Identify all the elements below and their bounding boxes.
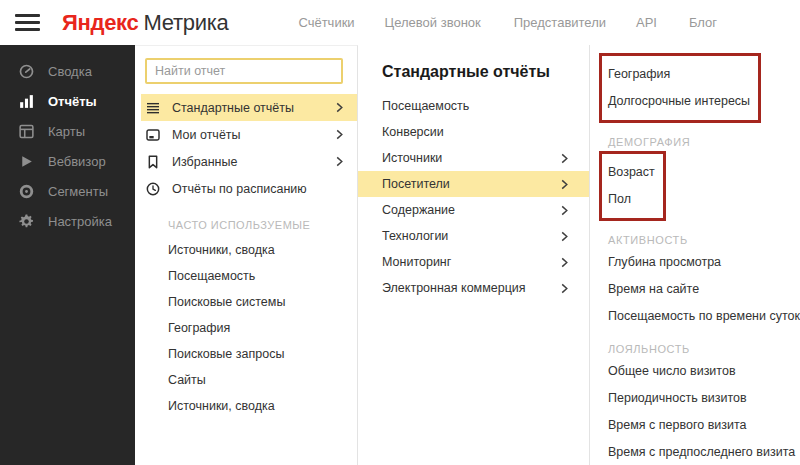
report-search-input[interactable]: [145, 58, 343, 84]
annotation-box-geography-interests: География Долгосрочные интересы: [599, 53, 761, 123]
sidebar-item-reports[interactable]: Отчёты: [0, 86, 135, 116]
report-item-sources[interactable]: Источники: [358, 145, 589, 171]
sidebar-item-label: Сводка: [48, 64, 92, 79]
report-menu-panel: Стандартные отчёты Мои отчёты Избранные: [135, 45, 358, 465]
frequent-item-sources-summary[interactable]: Источники, сводка: [135, 237, 357, 263]
nav-counters[interactable]: Счётчики: [298, 15, 354, 30]
report-item-conversions[interactable]: Конверсии: [358, 119, 589, 145]
submenu-item-time-since-penultimate-visit[interactable]: Время с предпоследнего визита: [608, 439, 800, 465]
standard-reports-title: Стандартные отчёты: [358, 57, 589, 93]
play-icon: [18, 153, 35, 170]
report-item-label: Конверсии: [382, 125, 444, 139]
submenu-item-geography[interactable]: География: [608, 61, 750, 88]
section-title-loyalty: ЛОЯЛЬНОСТЬ: [608, 343, 800, 355]
frequent-section-title: ЧАСТО ИСПОЛЬЗУЕМЫЕ: [168, 219, 357, 231]
report-item-visitors[interactable]: Посетители: [358, 171, 589, 197]
frequent-item-search-queries[interactable]: Поисковые запросы: [135, 341, 357, 367]
report-item-traffic[interactable]: Посещаемость: [358, 93, 589, 119]
annotation-box-age-gender: Возраст Пол: [599, 151, 666, 221]
sidebar-item-label: Карты: [48, 124, 85, 139]
report-item-label: Электронная коммерция: [382, 281, 526, 295]
clock-icon: [145, 181, 161, 197]
report-item-label: Технологии: [382, 229, 448, 243]
layout-icon: [18, 123, 35, 140]
submenu-item-time-on-site[interactable]: Время на сайте: [608, 276, 800, 303]
frequent-item-sites[interactable]: Сайты: [135, 367, 357, 393]
menu-item-label: Стандартные отчёты: [172, 101, 334, 115]
chevron-right-icon: [559, 179, 570, 190]
gauge-icon: [18, 63, 35, 80]
chevron-right-icon: [334, 156, 345, 167]
submenu-item-total-visits[interactable]: Общее число визитов: [608, 358, 800, 385]
submenu-item-time-since-first-visit[interactable]: Время с первого визита: [608, 412, 800, 439]
list-icon: [145, 100, 161, 116]
bar-chart-icon: [18, 93, 35, 110]
section-title-demography: ДЕМОГРАФИЯ: [608, 136, 800, 148]
nav-target-call[interactable]: Целевой звонок: [385, 15, 481, 30]
chevron-right-icon: [559, 205, 570, 216]
chevron-right-icon: [559, 257, 570, 268]
menu-item-scheduled-reports[interactable]: Отчёты по расписанию: [135, 175, 357, 202]
chevron-right-icon: [559, 231, 570, 242]
gear-icon: [18, 213, 35, 230]
frequent-item-geography[interactable]: География: [135, 315, 357, 341]
sidebar-item-label: Отчёты: [48, 94, 97, 109]
sidebar-item-webvisor[interactable]: Вебвизор: [0, 146, 135, 176]
submenu-item-visit-frequency[interactable]: Периодичность визитов: [608, 385, 800, 412]
submenu-item-view-depth[interactable]: Глубина просмотра: [608, 249, 800, 276]
report-item-label: Содержание: [382, 203, 455, 217]
menu-item-my-reports[interactable]: Мои отчёты: [135, 121, 357, 148]
submenu-item-gender[interactable]: Пол: [608, 186, 655, 213]
segments-icon: [18, 183, 35, 200]
report-item-label: Посещаемость: [382, 99, 469, 113]
menu-item-standard-reports[interactable]: Стандартные отчёты: [141, 94, 357, 121]
sidebar-item-segments[interactable]: Сегменты: [0, 176, 135, 206]
sidebar: Сводка Отчёты Карты Вебвизор Сегменты: [0, 45, 135, 465]
window-icon: [145, 127, 161, 143]
standard-reports-panel: Стандартные отчёты Посещаемость Конверси…: [358, 45, 590, 465]
report-item-monitoring[interactable]: Мониторинг: [358, 249, 589, 275]
submenu-item-age[interactable]: Возраст: [608, 159, 655, 186]
frequent-item-search-engines[interactable]: Поисковые системы: [135, 289, 357, 315]
app-logo[interactable]: ЯндексМетрика: [62, 10, 228, 36]
logo-product: Метрика: [143, 10, 228, 35]
main-layout: Сводка Отчёты Карты Вебвизор Сегменты: [0, 45, 800, 465]
frequent-item-sources-summary-2[interactable]: Источники, сводка: [135, 393, 357, 419]
bookmark-icon: [145, 154, 161, 170]
nav-blog[interactable]: Блог: [689, 15, 717, 30]
hamburger-menu-icon[interactable]: [15, 10, 40, 35]
report-search: [135, 58, 357, 84]
submenu-item-long-term-interests[interactable]: Долгосрочные интересы: [608, 88, 750, 115]
visitors-submenu-panel: География Долгосрочные интересы ДЕМОГРАФ…: [590, 45, 800, 465]
menu-item-label: Отчёты по расписанию: [172, 182, 345, 196]
top-navigation: Счётчики Целевой звонок Представители AP…: [298, 15, 717, 30]
top-header: ЯндексМетрика Счётчики Целевой звонок Пр…: [0, 0, 800, 45]
frequent-item-traffic[interactable]: Посещаемость: [135, 263, 357, 289]
nav-api[interactable]: API: [636, 15, 657, 30]
menu-item-favorites[interactable]: Избранные: [135, 148, 357, 175]
menu-item-label: Избранные: [172, 155, 334, 169]
report-item-label: Посетители: [382, 177, 450, 191]
sidebar-item-settings[interactable]: Настройка: [0, 206, 135, 236]
report-item-label: Мониторинг: [382, 255, 451, 269]
report-item-content[interactable]: Содержание: [358, 197, 589, 223]
sidebar-item-summary[interactable]: Сводка: [0, 56, 135, 86]
menu-item-label: Мои отчёты: [172, 128, 334, 142]
sidebar-item-maps[interactable]: Карты: [0, 116, 135, 146]
submenu-item-traffic-by-time-of-day[interactable]: Посещаемость по времени суток: [608, 303, 800, 330]
chevron-right-icon: [559, 283, 570, 294]
sidebar-item-label: Вебвизор: [48, 154, 106, 169]
chevron-right-icon: [559, 153, 570, 164]
report-item-ecommerce[interactable]: Электронная коммерция: [358, 275, 589, 301]
nav-representatives[interactable]: Представители: [514, 15, 606, 30]
report-item-technology[interactable]: Технологии: [358, 223, 589, 249]
section-title-activity: АКТИВНОСТЬ: [608, 234, 800, 246]
report-item-label: Источники: [382, 151, 442, 165]
chevron-right-icon: [334, 129, 345, 140]
logo-brand: Яндекс: [62, 10, 138, 35]
chevron-right-icon: [334, 102, 345, 113]
sidebar-item-label: Сегменты: [48, 184, 108, 199]
sidebar-item-label: Настройка: [48, 214, 112, 229]
